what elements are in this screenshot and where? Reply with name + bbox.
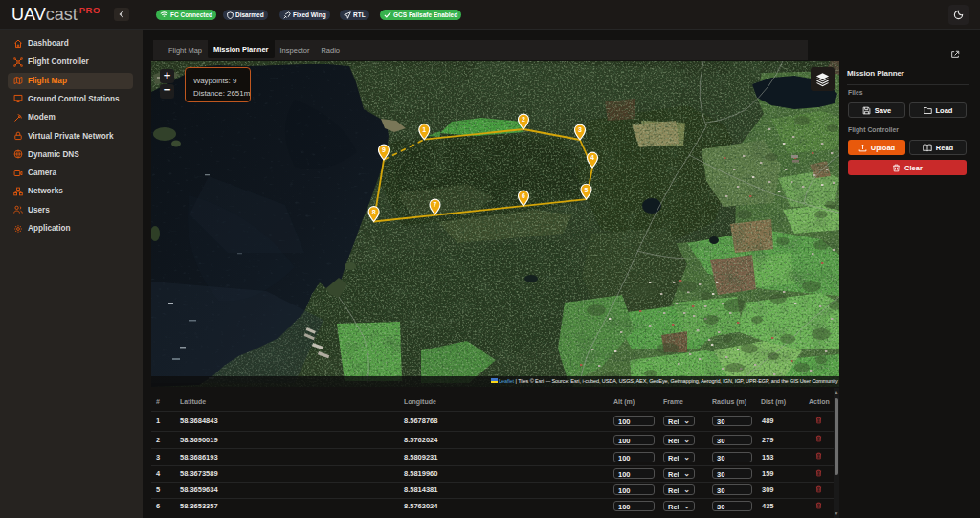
svg-text:2: 2: [522, 116, 525, 123]
svg-text:5: 5: [585, 187, 589, 193]
svg-text:4: 4: [590, 154, 594, 161]
svg-text:9: 9: [382, 146, 386, 153]
svg-text:3: 3: [578, 126, 582, 133]
svg-text:1: 1: [422, 126, 426, 133]
svg-text:6: 6: [522, 192, 525, 199]
svg-text:7: 7: [434, 201, 437, 208]
svg-text:8: 8: [372, 209, 376, 215]
